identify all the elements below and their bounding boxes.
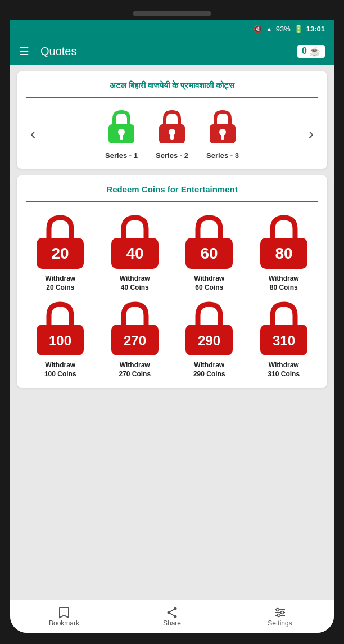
coin-label-40: Withdraw40 Coins xyxy=(120,274,150,292)
coin-item-80[interactable]: 80 Withdraw80 Coins xyxy=(250,211,319,292)
nav-settings[interactable]: Settings xyxy=(226,600,334,633)
next-arrow[interactable]: › xyxy=(304,125,318,143)
quotes-card: अटल बिहारी वाजपेयी के प्रभावशाली कोट्स ‹ xyxy=(17,71,327,169)
redeem-card: Redeem Coins for Entertainment 20 Withdr… xyxy=(17,175,327,388)
svg-rect-5 xyxy=(170,134,174,140)
cart-count: 0 xyxy=(302,46,307,56)
time-display: 13:01 xyxy=(306,25,325,33)
coin-lock-60: 60 xyxy=(181,211,237,270)
svg-rect-2 xyxy=(120,134,123,140)
coin-lock-80: 80 xyxy=(256,211,312,270)
series-1-label: Series - 1 xyxy=(105,151,138,160)
coin-label-80: Withdraw80 Coins xyxy=(269,274,299,292)
coin-item-310[interactable]: 310 Withdraw310 Coins xyxy=(250,298,319,379)
prev-arrow[interactable]: ‹ xyxy=(26,125,40,143)
signal-icon: ▲ xyxy=(266,25,273,33)
coin-item-270[interactable]: 270 Withdraw270 Coins xyxy=(101,298,170,379)
svg-text:270: 270 xyxy=(124,333,146,348)
svg-text:290: 290 xyxy=(198,333,220,348)
coin-item-20[interactable]: 20 Withdraw20 Coins xyxy=(26,211,95,292)
quotes-divider xyxy=(26,97,318,98)
mute-icon: 🔇 xyxy=(254,25,262,33)
coin-label-270: Withdraw270 Coins xyxy=(119,361,151,379)
series-item-3[interactable]: Series - 3 xyxy=(203,107,242,160)
lock-open-icon xyxy=(102,107,141,147)
svg-text:40: 40 xyxy=(126,245,143,262)
bottom-nav: Bookmark Share xyxy=(10,600,334,633)
series-carousel: ‹ xyxy=(26,107,318,160)
svg-point-26 xyxy=(168,611,170,614)
menu-icon[interactable]: ☰ xyxy=(19,44,29,58)
status-icons: 🔇 ▲ 93% 🔋 13:01 xyxy=(254,25,325,33)
svg-text:310: 310 xyxy=(273,333,295,348)
svg-point-33 xyxy=(277,609,279,611)
coin-lock-40: 40 xyxy=(107,211,163,270)
status-bar: 🔇 ▲ 93% 🔋 13:01 xyxy=(10,20,334,38)
battery-icon: 🔋 xyxy=(294,25,303,33)
coin-item-100[interactable]: 100 Withdraw100 Coins xyxy=(26,298,95,379)
svg-line-29 xyxy=(170,614,174,616)
coin-label-100: Withdraw100 Coins xyxy=(44,361,76,379)
coin-lock-270: 270 xyxy=(107,298,163,357)
svg-line-28 xyxy=(170,610,174,612)
phone-screen: 🔇 ▲ 93% 🔋 13:01 ☰ Quotes 0 ☕ अटल बिहारी … xyxy=(10,20,334,633)
coin-item-290[interactable]: 290 Withdraw290 Coins xyxy=(175,298,244,379)
svg-point-34 xyxy=(281,611,284,614)
coin-lock-20: 20 xyxy=(32,211,88,270)
svg-text:20: 20 xyxy=(52,245,69,262)
series-item-2[interactable]: Series - 2 xyxy=(152,107,192,160)
redeem-divider xyxy=(26,201,318,202)
coin-label-290: Withdraw290 Coins xyxy=(193,361,225,379)
coin-lock-310: 310 xyxy=(256,298,312,357)
svg-text:100: 100 xyxy=(49,333,71,348)
svg-text:60: 60 xyxy=(201,245,218,262)
phone-frame: 🔇 ▲ 93% 🔋 13:01 ☰ Quotes 0 ☕ अटल बिहारी … xyxy=(0,0,344,644)
cart-icon: ☕ xyxy=(309,46,320,57)
svg-point-35 xyxy=(278,614,280,617)
series-2-label: Series - 2 xyxy=(156,151,188,160)
nav-settings-label: Settings xyxy=(268,619,292,627)
redeem-grid: 20 Withdraw20 Coins 40 Withdraw40 Coins xyxy=(26,211,318,379)
coin-label-310: Withdraw310 Coins xyxy=(268,361,300,379)
svg-point-27 xyxy=(174,615,177,618)
coin-lock-290: 290 xyxy=(181,298,237,357)
battery-text: 93% xyxy=(276,25,291,33)
nav-bookmark-label: Bookmark xyxy=(49,619,79,627)
share-icon xyxy=(165,606,179,619)
lock-closed-icon-2 xyxy=(152,107,192,147)
lock-closed-icon-3 xyxy=(203,107,242,147)
svg-point-25 xyxy=(174,607,177,610)
coin-lock-100: 100 xyxy=(32,298,88,357)
redeem-title: Redeem Coins for Entertainment xyxy=(26,184,318,194)
speaker-notch xyxy=(133,11,211,16)
app-bar: ☰ Quotes 0 ☕ xyxy=(10,38,334,65)
coin-label-20: Withdraw20 Coins xyxy=(45,274,75,292)
coin-label-60: Withdraw60 Coins xyxy=(194,274,224,292)
nav-share[interactable]: Share xyxy=(118,600,226,633)
coin-item-40[interactable]: 40 Withdraw40 Coins xyxy=(101,211,170,292)
series-3-label: Series - 3 xyxy=(206,151,239,160)
series-item-1[interactable]: Series - 1 xyxy=(102,107,141,160)
svg-rect-8 xyxy=(221,134,224,140)
settings-icon xyxy=(273,606,287,619)
coin-item-60[interactable]: 60 Withdraw60 Coins xyxy=(175,211,244,292)
scroll-area: अटल बिहारी वाजपेयी के प्रभावशाली कोट्स ‹ xyxy=(10,65,334,600)
nav-bookmark[interactable]: Bookmark xyxy=(10,600,118,633)
nav-share-label: Share xyxy=(163,619,181,627)
svg-text:80: 80 xyxy=(275,245,292,262)
quotes-title: अटल बिहारी वाजपेयी के प्रभावशाली कोट्स xyxy=(26,80,318,91)
bookmark-icon xyxy=(57,606,71,619)
cart-badge[interactable]: 0 ☕ xyxy=(297,45,325,58)
series-items: Series - 1 Series - 2 xyxy=(40,107,304,160)
app-title: Quotes xyxy=(40,45,297,58)
